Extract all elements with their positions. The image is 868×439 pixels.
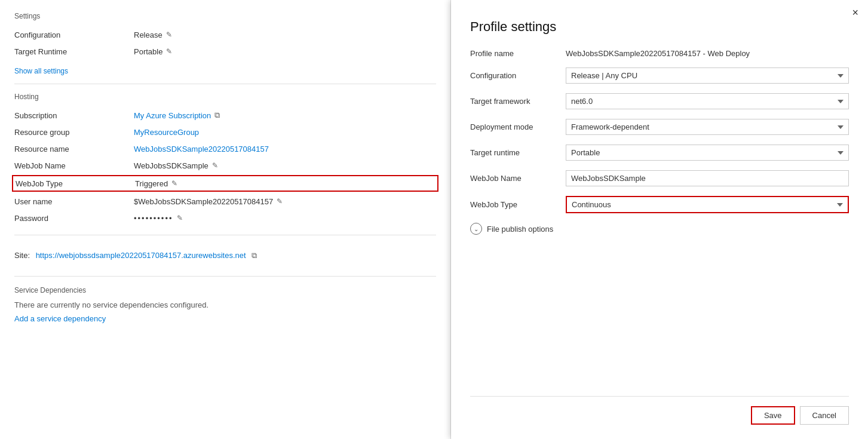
modal-webjob-type-field[interactable]: Continuous Triggered: [566, 196, 849, 213]
webjob-type-select[interactable]: Continuous Triggered: [566, 196, 849, 213]
resource-name-label: Resource name: [14, 145, 134, 154]
modal-target-runtime-row: Target runtime Portable win-x64 linux-x6…: [470, 145, 849, 161]
modal-title: Profile settings: [470, 19, 849, 35]
webjob-name-row: WebJob Name WebJobsSDKSample: [14, 157, 436, 174]
hosting-section-title: Hosting: [14, 93, 436, 101]
webjob-name-edit-icon[interactable]: [212, 161, 218, 170]
password-edit-icon[interactable]: [177, 214, 183, 222]
user-name-value: $WebJobsSDKSample20220517084157: [134, 197, 283, 206]
file-publish-label: File publish options: [487, 225, 553, 234]
modal-webjob-name-label: WebJob Name: [470, 174, 566, 183]
webjob-name-input[interactable]: [566, 170, 849, 186]
configuration-row: Configuration Release: [14, 26, 436, 43]
modal-configuration-row: Configuration Release | Any CPU Debug | …: [470, 67, 849, 84]
target-framework-field[interactable]: net6.0 net5.0 netcoreapp3.1: [566, 93, 849, 109]
modal-body: Profile name WebJobsSDKSample20220517084…: [470, 49, 849, 391]
webjob-name-label: WebJob Name: [14, 161, 134, 170]
password-label: Password: [14, 214, 134, 223]
target-runtime-value: Portable: [134, 47, 172, 56]
webjob-name-value: WebJobsSDKSample: [134, 161, 218, 170]
user-name-row: User name $WebJobsSDKSample2022051708415…: [14, 193, 436, 210]
modal-webjob-name-row: WebJob Name: [470, 170, 849, 186]
target-framework-row: Target framework net6.0 net5.0 netcoreap…: [470, 93, 849, 109]
modal-webjob-name-field[interactable]: [566, 170, 849, 186]
modal-close-button[interactable]: ×: [852, 7, 858, 18]
user-name-edit-icon[interactable]: [277, 197, 283, 205]
site-row: Site: https://webjobssdsample20220517084…: [14, 244, 436, 268]
target-runtime-select[interactable]: Portable win-x64 linux-x64: [566, 145, 849, 161]
password-value: ••••••••••: [134, 214, 183, 223]
deployment-mode-row: Deployment mode Framework-dependent Self…: [470, 119, 849, 135]
target-runtime-row: Target Runtime Portable: [14, 43, 436, 60]
hosting-divider: [14, 235, 436, 235]
configuration-value: Release: [134, 30, 172, 39]
modal-target-runtime-label: Target runtime: [470, 148, 566, 157]
site-divider: [14, 276, 436, 277]
user-name-label: User name: [14, 197, 134, 206]
subscription-value: My Azure Subscription: [134, 110, 220, 120]
deployment-mode-label: Deployment mode: [470, 122, 566, 131]
configuration-label: Configuration: [14, 30, 134, 39]
save-button[interactable]: Save: [751, 406, 795, 425]
deployment-mode-select[interactable]: Framework-dependent Self-contained: [566, 119, 849, 135]
site-url-link[interactable]: https://webjobssdsample20220517084157.az…: [36, 251, 246, 260]
show-all-settings-link[interactable]: Show all settings: [14, 67, 68, 75]
profile-name-label: Profile name: [470, 49, 566, 58]
subscription-copy-icon[interactable]: [214, 110, 220, 120]
add-dep-link[interactable]: Add a service dependency: [14, 314, 106, 323]
modal-webjob-type-row: WebJob Type Continuous Triggered: [470, 196, 849, 213]
service-dep-section: Service Dependencies There are currently…: [14, 286, 436, 323]
resource-group-label: Resource group: [14, 128, 134, 137]
no-deps-text: There are currently no service dependenc…: [14, 300, 436, 309]
target-runtime-edit-icon[interactable]: [166, 47, 172, 56]
cancel-button[interactable]: Cancel: [800, 406, 849, 425]
webjob-type-edit-icon[interactable]: [171, 179, 177, 188]
password-row: Password ••••••••••: [14, 210, 436, 226]
deployment-mode-field[interactable]: Framework-dependent Self-contained: [566, 119, 849, 135]
webjob-type-row: WebJob Type Triggered: [12, 175, 438, 192]
file-publish-expand-icon[interactable]: ⌄: [470, 223, 482, 235]
site-label: Site:: [14, 251, 30, 260]
right-panel: × Profile settings Profile name WebJobsS…: [451, 0, 868, 439]
settings-section-title: Settings: [14, 12, 436, 20]
configuration-select[interactable]: Release | Any CPU Debug | Any CPU: [566, 67, 849, 84]
target-runtime-label: Target Runtime: [14, 47, 134, 56]
resource-name-row: Resource name WebJobsSDKSample2022051708…: [14, 140, 436, 157]
target-framework-select[interactable]: net6.0 net5.0 netcoreapp3.1: [566, 93, 849, 109]
target-framework-label: Target framework: [470, 97, 566, 106]
profile-name-row: Profile name WebJobsSDKSample20220517084…: [470, 49, 849, 58]
site-copy-icon[interactable]: [251, 251, 257, 260]
webjob-type-value: Triggered: [135, 179, 177, 188]
modal-webjob-type-label: WebJob Type: [470, 200, 566, 209]
modal-configuration-field[interactable]: Release | Any CPU Debug | Any CPU: [566, 67, 849, 84]
left-panel: Settings Configuration Release Target Ru…: [0, 0, 451, 439]
settings-divider: [14, 84, 436, 84]
resource-group-value: MyResourceGroup: [134, 128, 199, 137]
webjob-type-label: WebJob Type: [16, 179, 135, 188]
file-publish-row: ⌄ File publish options: [470, 223, 849, 235]
configuration-edit-icon[interactable]: [166, 30, 172, 39]
service-dep-title: Service Dependencies: [14, 286, 436, 294]
resource-name-value: WebJobsSDKSample20220517084157: [134, 145, 269, 154]
resource-group-row: Resource group MyResourceGroup: [14, 124, 436, 140]
profile-name-value: WebJobsSDKSample20220517084157 - Web Dep…: [566, 49, 849, 58]
profile-settings-modal: × Profile settings Profile name WebJobsS…: [451, 0, 868, 439]
subscription-label: Subscription: [14, 111, 134, 120]
subscription-row: Subscription My Azure Subscription: [14, 107, 436, 124]
modal-target-runtime-field[interactable]: Portable win-x64 linux-x64: [566, 145, 849, 161]
modal-footer: Save Cancel: [470, 396, 849, 425]
modal-configuration-label: Configuration: [470, 71, 566, 80]
